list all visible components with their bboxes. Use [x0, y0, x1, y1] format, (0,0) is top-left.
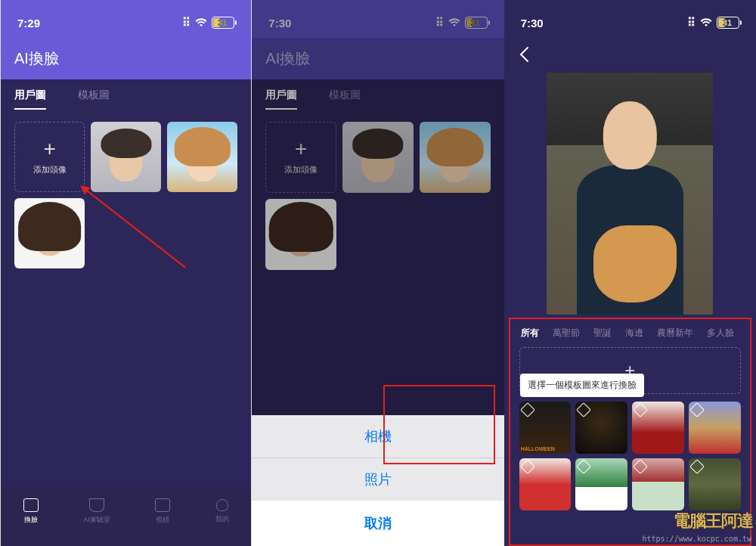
- plus-icon: +: [43, 138, 55, 160]
- signal-icon: ⠿: [687, 16, 696, 29]
- template-thumbnail[interactable]: [632, 458, 684, 510]
- status-time: 7:29: [17, 17, 40, 29]
- premium-badge-icon: [689, 459, 705, 474]
- user-photo-grid: + 添加頭像: [1, 111, 251, 279]
- template-panel: 所有 萬聖節 聖誕 海邊 農曆新年 多人臉 + 選擇一個模板圖來進行換臉: [509, 318, 751, 546]
- selected-photo-preview: [504, 71, 756, 322]
- premium-badge-icon: [577, 402, 592, 417]
- template-thumbnail[interactable]: [632, 402, 684, 454]
- chevron-left-icon: [519, 46, 529, 63]
- wifi-icon: [700, 17, 712, 29]
- status-bar: 7:30 ⠿ 31: [504, 0, 756, 38]
- template-thumbnail[interactable]: [689, 458, 741, 510]
- template-thumbnail[interactable]: [575, 458, 627, 510]
- source-tabs: 用戶圖 模板圖: [1, 79, 251, 111]
- face-swap-icon: [23, 498, 39, 512]
- premium-badge-icon: [633, 459, 648, 474]
- status-right: ⠿ 31: [182, 16, 234, 29]
- screen-3-template-picker: 7:30 ⠿ 31 所有 萬聖節 聖誕 海邊 農曆新年: [504, 0, 756, 546]
- template-grid: [515, 397, 745, 515]
- add-avatar-button[interactable]: + 添加頭像: [14, 122, 85, 192]
- signal-icon: ⠿: [182, 16, 191, 29]
- back-button[interactable]: [513, 44, 534, 65]
- template-category-tabs: 所有 萬聖節 聖誕 海邊 農曆新年 多人臉: [515, 327, 745, 347]
- screen-1-user-gallery: 7:29 ⠿ 31 AI換臉 用戶圖 模板圖 + 添加頭像 換臉: [0, 0, 252, 546]
- premium-badge-icon: [577, 459, 592, 474]
- template-thumbnail[interactable]: [575, 402, 627, 454]
- tab-template-photos[interactable]: 模板圖: [78, 88, 110, 110]
- add-template-button[interactable]: + 選擇一個模板圖來進行換臉: [519, 347, 741, 394]
- screen-2-action-sheet: 7:30 ⠿ 31 AI換臉 用戶圖 模板圖 + 添加頭像 相機 照片: [252, 0, 503, 546]
- premium-badge-icon: [689, 402, 705, 417]
- page-title: AI換臉: [1, 38, 251, 79]
- premium-badge-icon: [633, 402, 648, 417]
- category-all[interactable]: 所有: [521, 327, 539, 340]
- nav-face-swap[interactable]: 換臉: [23, 498, 39, 525]
- nav-mine[interactable]: 我的: [215, 499, 229, 524]
- tab-user-photos[interactable]: 用戶圖: [14, 88, 46, 110]
- video-icon: [155, 498, 170, 512]
- user-photo-thumbnail[interactable]: [167, 122, 237, 192]
- action-cancel[interactable]: 取消: [252, 501, 503, 546]
- premium-badge-icon: [520, 402, 535, 417]
- nav-ai-lab[interactable]: AI實驗室: [83, 498, 110, 525]
- template-thumbnail[interactable]: [689, 402, 741, 454]
- template-tooltip: 選擇一個模板圖來進行換臉: [520, 374, 644, 397]
- user-photo-thumbnail[interactable]: [91, 122, 161, 192]
- nav-video[interactable]: 視頻: [155, 498, 170, 525]
- battery-icon: 31: [212, 17, 234, 29]
- user-photo-thumbnail[interactable]: [14, 198, 85, 268]
- bottom-nav: 換臉 AI實驗室 視頻 我的: [1, 487, 251, 546]
- lab-icon: [89, 498, 104, 512]
- battery-icon: 31: [717, 17, 739, 29]
- category-multi-face[interactable]: 多人臉: [707, 327, 734, 340]
- status-right: ⠿ 31: [687, 16, 739, 29]
- template-thumbnail[interactable]: [519, 402, 572, 454]
- preview-image: [547, 73, 713, 315]
- action-photo-library[interactable]: 照片: [252, 458, 503, 501]
- category-coast[interactable]: 海邊: [625, 327, 643, 340]
- category-lunar-new-year[interactable]: 農曆新年: [657, 327, 693, 340]
- status-time: 7:30: [521, 17, 544, 29]
- category-xmas[interactable]: 聖誕: [593, 327, 612, 340]
- photo-source-action-sheet: 相機 照片 取消: [252, 415, 503, 546]
- nav-bar: [504, 38, 756, 71]
- add-avatar-label: 添加頭像: [33, 164, 67, 175]
- template-thumbnail[interactable]: [519, 458, 572, 510]
- profile-icon: [216, 499, 228, 511]
- category-halloween[interactable]: 萬聖節: [553, 327, 580, 340]
- action-camera[interactable]: 相機: [252, 415, 503, 458]
- status-bar: 7:29 ⠿ 31: [1, 0, 251, 38]
- premium-badge-icon: [520, 459, 535, 474]
- wifi-icon: [195, 17, 207, 29]
